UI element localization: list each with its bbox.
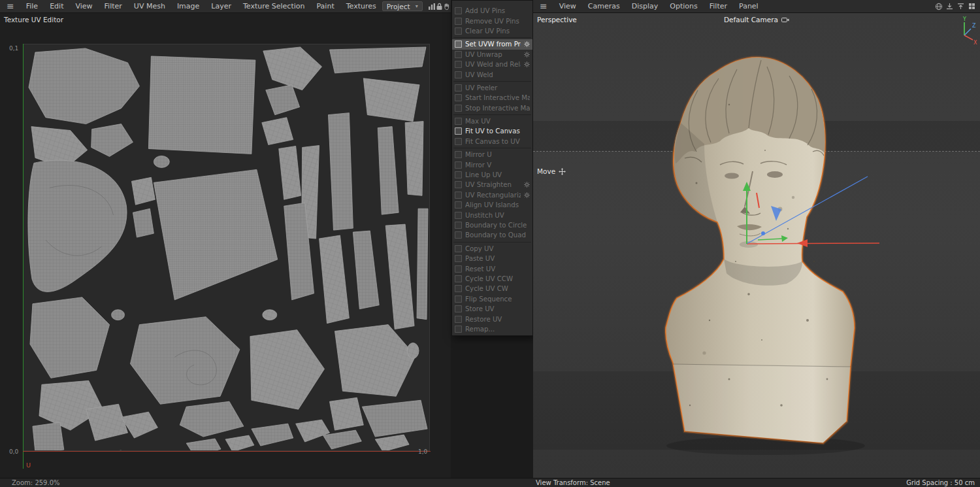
menu-item-uv-unwrap: UV Unwrap bbox=[452, 50, 532, 59]
menu-textures[interactable]: Textures bbox=[340, 0, 382, 13]
pin-add-icon bbox=[455, 7, 462, 14]
menu-item-uv-rectangularize: UV Rectangularize bbox=[452, 190, 532, 200]
status-bar: Zoom: 259.0% View Transform: Scene Grid … bbox=[0, 478, 980, 487]
menu-item-start-interactive-mapping: Start Interactive Mapping bbox=[452, 93, 532, 103]
menu-item-fit-uv-to-canvas[interactable]: Fit UV to Canvas bbox=[452, 126, 532, 136]
fit-canvas-icon bbox=[455, 138, 462, 145]
unwrap-icon bbox=[455, 51, 462, 58]
zoom-status: Zoom: 259.0% bbox=[12, 479, 60, 486]
globe-icon[interactable] bbox=[933, 1, 944, 12]
vp-menu-filter[interactable]: Filter bbox=[704, 0, 733, 13]
uv-coord-bottom-right: 1,0 bbox=[418, 448, 427, 455]
eye-right bbox=[767, 171, 783, 178]
menu-file[interactable]: File bbox=[20, 0, 44, 13]
menu-texture-selection[interactable]: Texture Selection bbox=[237, 0, 310, 13]
axis-orientation-widget[interactable]: Y Z X bbox=[947, 16, 977, 51]
view-transform-status: View Transform: Scene bbox=[536, 479, 610, 486]
menu-item-add-uv-pins: Add UV Pins bbox=[452, 6, 532, 16]
chevron-down-icon: ▾ bbox=[416, 3, 418, 9]
boundary-quad-icon bbox=[455, 231, 462, 239]
pan-hand-icon[interactable] bbox=[443, 1, 451, 12]
viewport-menubar: ≡ View Cameras Display Options Filter Pa… bbox=[533, 0, 980, 13]
weld-icon bbox=[455, 71, 462, 78]
line-up-icon bbox=[455, 171, 462, 178]
menu-separator bbox=[452, 146, 532, 150]
histogram-icon[interactable] bbox=[428, 1, 436, 12]
u-axis-label: U bbox=[26, 462, 31, 469]
move-tool-icon bbox=[559, 168, 566, 175]
menu-view[interactable]: View bbox=[69, 0, 98, 13]
menu-item-restore-uv: Restore UV bbox=[452, 314, 532, 324]
fit-uv-icon bbox=[455, 127, 462, 135]
project-dropdown[interactable]: Project ▾ bbox=[382, 1, 423, 11]
weld-relax-icon bbox=[455, 61, 462, 68]
mirror-v-icon bbox=[455, 161, 462, 169]
viewport-render[interactable] bbox=[533, 13, 980, 478]
menu-item-set-uvw-from-projection[interactable]: Set UVW from Projection bbox=[452, 39, 532, 49]
menu-layer[interactable]: Layer bbox=[205, 0, 237, 13]
menu-filter[interactable]: Filter bbox=[99, 0, 128, 13]
menu-item-boundary-to-quad: Boundary to Quad bbox=[452, 230, 532, 240]
pin-remove-icon bbox=[455, 18, 462, 25]
menu-item-fit-canvas-to-uv: Fit Canvas to UV bbox=[452, 137, 532, 146]
menu-item-align-uv-islands: Align UV Islands bbox=[452, 200, 532, 210]
menu-item-reset-uv: Reset UV bbox=[452, 263, 532, 273]
cycle-ccw-icon bbox=[455, 275, 462, 282]
upload-arrow-icon[interactable] bbox=[955, 1, 966, 12]
menu-separator bbox=[452, 113, 532, 116]
panel-title: Texture UV Editor bbox=[4, 16, 63, 24]
gear-icon[interactable] bbox=[524, 41, 530, 47]
v-axis-line bbox=[23, 44, 24, 469]
align-islands-icon bbox=[455, 201, 462, 209]
vp-menu-cameras[interactable]: Cameras bbox=[582, 0, 626, 13]
menu-image[interactable]: Image bbox=[171, 0, 205, 13]
hamburger-menu-icon[interactable]: ≡ bbox=[3, 0, 20, 12]
menu-item-copy-uv: Copy UV bbox=[452, 244, 532, 254]
bodypaint-uv-edit-window: ≡ File Edit View Filter UV Mesh Image La… bbox=[0, 0, 980, 487]
perspective-viewport[interactable]: Perspective Default Camera Move Y Z X bbox=[533, 13, 980, 478]
reset-icon bbox=[455, 265, 462, 273]
start-mapping-icon bbox=[455, 94, 462, 101]
menu-item-boundary-to-circle: Boundary to Circle bbox=[452, 220, 532, 230]
bust-model[interactable] bbox=[666, 58, 855, 443]
gear-icon bbox=[524, 61, 530, 67]
layout-grid-icon[interactable] bbox=[966, 1, 977, 12]
menu-separator bbox=[452, 36, 532, 39]
rectangularize-icon bbox=[455, 192, 462, 199]
grid-spacing-status: Grid Spacing : 50 cm bbox=[906, 479, 975, 486]
menu-item-uv-weld-and-relax: UV Weld and Relax bbox=[452, 59, 532, 69]
menu-item-stop-interactive-mapping: Stop Interactive Mapping bbox=[452, 103, 532, 113]
download-arrow-icon[interactable] bbox=[944, 1, 955, 12]
menu-paint[interactable]: Paint bbox=[310, 0, 340, 13]
uv-editor-menubar: ≡ File Edit View Filter UV Mesh Image La… bbox=[0, 0, 451, 13]
uv-canvas[interactable] bbox=[23, 44, 430, 451]
hamburger-menu-icon[interactable]: ≡ bbox=[536, 0, 553, 12]
menu-item-cycle-uv-ccw: Cycle UV CCW bbox=[452, 274, 532, 284]
menu-item-line-up-uv: Line Up UV bbox=[452, 170, 532, 180]
uv-coord-top-left: 0,1 bbox=[9, 45, 18, 52]
copy-icon bbox=[455, 245, 462, 252]
restore-icon bbox=[455, 316, 462, 323]
vp-menu-display[interactable]: Display bbox=[626, 0, 664, 13]
camera-icon bbox=[781, 17, 789, 23]
vp-menu-options[interactable]: Options bbox=[664, 0, 703, 13]
menu-item-remap: Remap... bbox=[452, 324, 532, 334]
remap-icon bbox=[455, 326, 462, 333]
camera-selector[interactable]: Default Camera bbox=[724, 16, 789, 24]
uv-commands-context-menu: Add UV Pins Remove UV Pins Clear UV Pins… bbox=[451, 0, 533, 336]
vp-menu-view[interactable]: View bbox=[553, 0, 582, 13]
menu-separator bbox=[452, 241, 532, 244]
y-axis-label: Y bbox=[962, 16, 966, 22]
menu-item-uv-peeler: UV Peeler bbox=[452, 83, 532, 93]
gizmo-dot-blue[interactable] bbox=[761, 231, 765, 235]
boundary-circle-icon bbox=[455, 222, 462, 229]
paste-icon bbox=[455, 255, 462, 262]
view-mode-label[interactable]: Perspective bbox=[537, 16, 577, 24]
pin-clear-icon bbox=[455, 27, 462, 35]
vp-menu-panel[interactable]: Panel bbox=[733, 0, 764, 13]
menu-uv-mesh[interactable]: UV Mesh bbox=[128, 0, 171, 13]
lock-icon[interactable] bbox=[436, 1, 443, 12]
active-tool-label: Move bbox=[537, 167, 566, 175]
menu-edit[interactable]: Edit bbox=[44, 0, 69, 13]
gizmo-x-axis[interactable] bbox=[747, 243, 879, 244]
